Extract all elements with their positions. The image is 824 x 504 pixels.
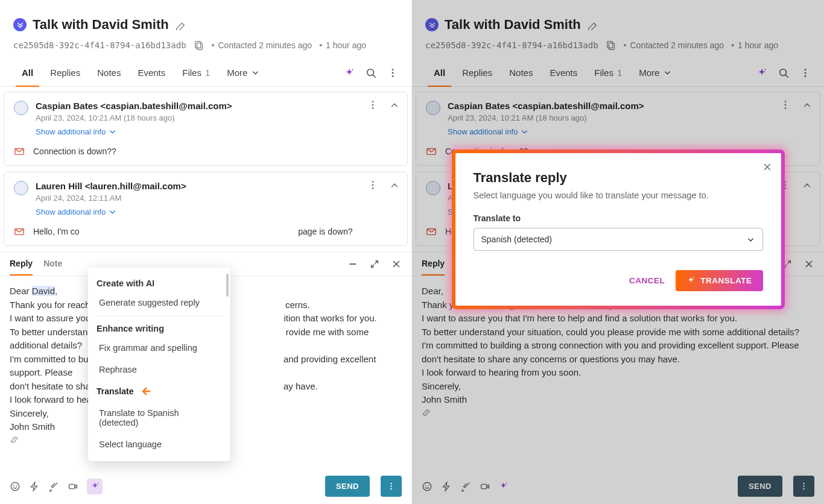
rocket-icon[interactable] (460, 481, 471, 492)
modal-subtitle: Select language you would like to transl… (474, 191, 763, 200)
tab-notes[interactable]: Notes (501, 59, 541, 86)
translate-button[interactable]: TRANSLATE (676, 270, 762, 291)
ai-menu-select-language[interactable]: Select language (88, 433, 230, 455)
send-dropdown[interactable] (793, 476, 814, 497)
send-button[interactable]: SEND (325, 476, 370, 497)
message-from: Lauren Hill <lauren.hill@mail.com> (36, 181, 186, 191)
message-from: Caspian Bates <caspian.bateshill@mail.co… (36, 101, 232, 111)
contacted-time: Contacted 2 minutes ago (212, 40, 312, 50)
reply-tab-reply[interactable]: Reply (422, 253, 445, 276)
contacted-time: Contacted 2 minutes ago (624, 40, 724, 50)
tab-files[interactable]: Files1 (174, 59, 218, 86)
message-time: April 23, 2024, 10:21 AM (18 hours ago) (36, 113, 232, 122)
mail-icon (14, 146, 25, 157)
send-button[interactable]: SEND (738, 476, 782, 497)
close-icon[interactable] (391, 259, 402, 269)
avatar (14, 101, 28, 115)
conversation-header: Talk with David Smith ce2505d8-392c-4f41… (0, 0, 411, 57)
video-icon[interactable] (68, 481, 78, 492)
edit-title-icon[interactable] (587, 19, 598, 30)
mail-icon (14, 226, 25, 237)
chevron-down-icon (746, 235, 755, 244)
chevron-down-icon (663, 68, 672, 77)
conversation-id: ce2505d8-392c-4f41-8794-a16bd13adb (425, 40, 598, 50)
tab-files[interactable]: Files1 (586, 59, 630, 86)
ai-sparkle-icon[interactable] (344, 68, 355, 78)
bolt-icon[interactable] (29, 481, 40, 492)
ai-menu-section-translate: Translate (88, 380, 230, 402)
ai-menu-section-create: Create with AI (88, 274, 230, 292)
cancel-button[interactable]: CANCEL (629, 276, 665, 285)
avatar (426, 181, 440, 195)
chevron-down-icon (108, 127, 117, 136)
search-icon[interactable] (778, 68, 789, 78)
ai-menu-fix-grammar[interactable]: Fix grammar and spelling (88, 337, 230, 359)
copy-id-icon[interactable] (606, 40, 616, 51)
collapse-message-icon[interactable] (389, 180, 400, 191)
tab-all[interactable]: All (13, 59, 42, 86)
collapse-badge-icon[interactable] (13, 18, 27, 31)
copy-id-icon[interactable] (194, 40, 204, 51)
ai-assist-button[interactable] (87, 479, 103, 494)
message-menu-icon[interactable] (367, 99, 378, 110)
chevron-down-icon (108, 207, 117, 216)
message-body: Connection is down?? (33, 146, 116, 156)
message-card: Lauren Hill <lauren.hill@mail.com> April… (4, 172, 408, 246)
reply-tab-reply[interactable]: Reply (10, 253, 33, 276)
tab-all[interactable]: All (425, 59, 454, 86)
chevron-down-icon (520, 127, 529, 136)
translate-modal: Translate reply Select language you woul… (455, 153, 781, 306)
collapse-message-icon[interactable] (389, 99, 400, 110)
compose-footer: SEND (412, 470, 824, 504)
show-additional-info[interactable]: Show additional info (448, 127, 529, 136)
message-menu-icon[interactable] (367, 180, 378, 191)
more-actions-icon[interactable] (387, 68, 398, 78)
translate-to-label: Translate to (474, 213, 763, 223)
ai-menu-popup: Create with AI Generate suggested reply … (88, 268, 230, 461)
mail-icon (426, 226, 437, 237)
send-dropdown[interactable] (381, 476, 402, 497)
show-additional-info[interactable]: Show additional info (36, 207, 117, 216)
tab-replies[interactable]: Replies (42, 59, 89, 86)
ai-menu-rephrase[interactable]: Rephrase (88, 359, 230, 380)
rocket-icon[interactable] (48, 481, 59, 492)
chevron-down-icon (251, 68, 260, 77)
close-modal-icon[interactable] (762, 162, 773, 172)
message-from: Caspian Bates <caspian.bateshill@mail.co… (448, 101, 644, 111)
video-icon[interactable] (480, 481, 490, 492)
mail-icon (426, 146, 437, 157)
scrollbar[interactable] (226, 274, 229, 297)
language-select[interactable]: Spanish (detected) (474, 228, 763, 251)
ai-assist-button[interactable] (499, 482, 508, 491)
collapse-message-icon[interactable] (802, 99, 813, 110)
search-icon[interactable] (366, 68, 376, 78)
message-body: Hello, I'm co XXXXXXXXXXXXXXXXXXXXXXXXXX… (33, 227, 353, 236)
minimize-icon[interactable] (347, 259, 358, 269)
bolt-icon[interactable] (441, 481, 452, 492)
tab-notes[interactable]: Notes (89, 59, 129, 86)
collapse-badge-icon[interactable] (425, 18, 439, 31)
tab-events[interactable]: Events (129, 59, 174, 86)
emoji-icon[interactable] (10, 481, 21, 492)
show-additional-info[interactable]: Show additional info (36, 127, 117, 136)
tab-more[interactable]: More (218, 59, 268, 86)
ai-sparkle-icon[interactable] (756, 68, 767, 78)
ai-menu-translate-detected[interactable]: Translate to Spanish (detected) (88, 402, 230, 433)
ai-menu-section-enhance: Enhance writing (88, 319, 230, 337)
emoji-icon[interactable] (422, 481, 433, 492)
more-actions-icon[interactable] (800, 68, 811, 78)
message-time: April 24, 2024, 12:11 AM (36, 194, 186, 203)
tab-more[interactable]: More (630, 59, 680, 86)
modal-title: Translate reply (474, 170, 763, 186)
expand-icon[interactable] (369, 259, 380, 269)
ai-menu-generate-reply[interactable]: Generate suggested reply (88, 292, 230, 313)
reply-tab-note[interactable]: Note (43, 253, 62, 276)
page-title: Talk with David Smith (33, 17, 169, 33)
message-menu-icon[interactable] (780, 99, 791, 110)
sparkle-icon (686, 276, 696, 285)
tab-events[interactable]: Events (541, 59, 586, 86)
tab-replies[interactable]: Replies (454, 59, 501, 86)
edit-title-icon[interactable] (175, 19, 186, 30)
collapse-message-icon[interactable] (802, 180, 813, 191)
close-icon[interactable] (803, 259, 814, 269)
